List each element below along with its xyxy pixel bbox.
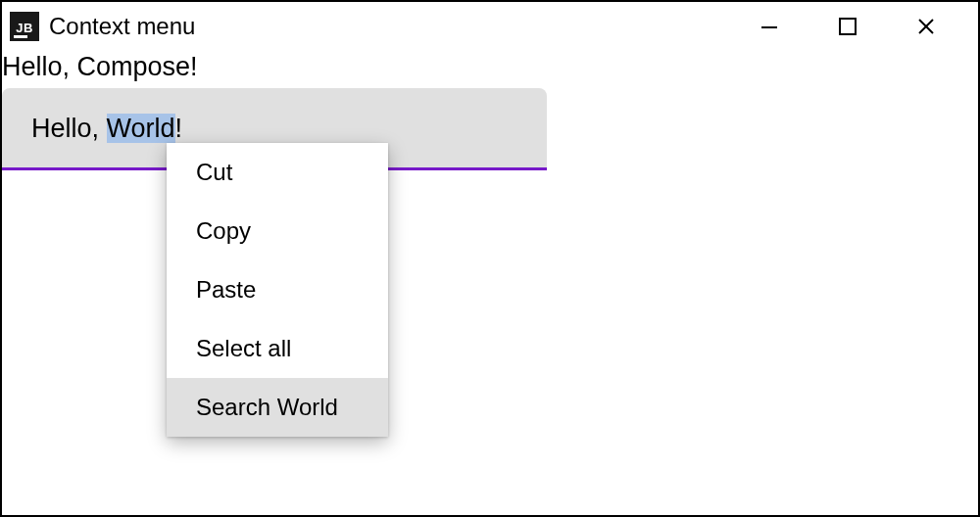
window-titlebar: JB Context menu xyxy=(2,2,978,51)
menu-item-cut[interactable]: Cut xyxy=(167,143,388,202)
svg-rect-1 xyxy=(840,19,856,34)
menu-item-select-all[interactable]: Select all xyxy=(167,319,388,378)
greeting-label: Hello, Compose! xyxy=(2,51,978,88)
menu-item-copy[interactable]: Copy xyxy=(167,202,388,260)
text-prefix: Hello, xyxy=(31,114,107,143)
minimize-icon xyxy=(760,17,779,36)
content-area: Hello, Compose! Hello, World! xyxy=(2,51,978,170)
close-button[interactable] xyxy=(911,12,941,41)
text-suffix: ! xyxy=(175,114,183,143)
menu-item-search[interactable]: Search World xyxy=(167,378,388,437)
window-controls xyxy=(755,12,978,41)
close-icon xyxy=(916,17,936,36)
maximize-button[interactable] xyxy=(833,12,862,41)
menu-item-paste[interactable]: Paste xyxy=(167,260,388,319)
context-menu: Cut Copy Paste Select all Search World xyxy=(167,143,388,437)
text-selection: World xyxy=(107,114,175,143)
maximize-icon xyxy=(839,18,857,35)
window-title: Context menu xyxy=(49,13,195,40)
minimize-button[interactable] xyxy=(755,12,784,41)
jetbrains-icon: JB xyxy=(10,12,39,41)
